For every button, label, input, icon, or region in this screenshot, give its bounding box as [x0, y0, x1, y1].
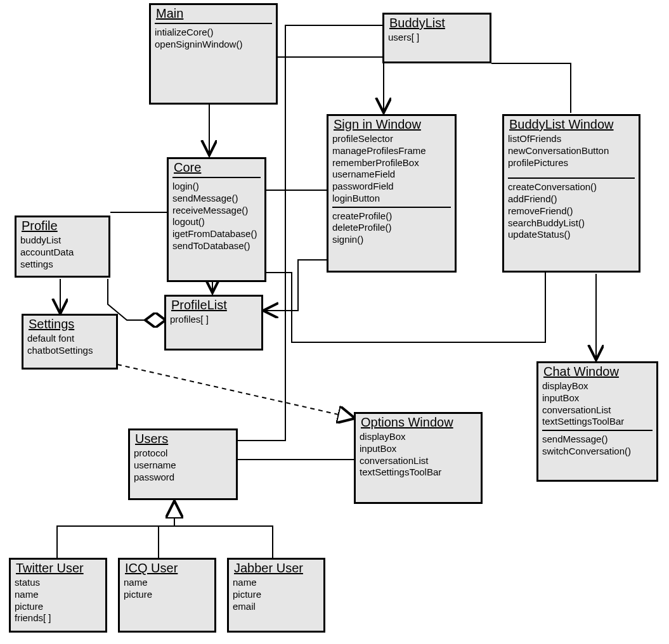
class-body: login() sendMessage() receiveMessage() l… [172, 181, 261, 252]
class-buddylistwindow: BuddyList Window listOfFriends newConver… [502, 114, 640, 273]
class-body: buddyList accountData settings [20, 235, 105, 270]
class-body: listOfFriends newConversationButton prof… [508, 133, 635, 169]
class-title: BuddyList Window [509, 117, 635, 132]
attr: picture [15, 601, 101, 613]
class-body-ops: sendMessage() switchConversation() [542, 434, 653, 458]
op: receiveMessage() [172, 205, 261, 217]
attr: conversationList [360, 455, 477, 467]
op: intializeCore() [155, 27, 272, 39]
class-title: Jabber User [234, 561, 320, 576]
attr: inputBox [542, 392, 653, 404]
op: addFriend() [508, 193, 635, 205]
attr: displayBox [360, 431, 477, 443]
attr: friends[ ] [15, 612, 101, 624]
class-body: status name picture friends[ ] [15, 577, 101, 624]
attr: passwordField [332, 181, 451, 193]
class-chatwindow: Chat Window displayBox inputBox conversa… [536, 361, 658, 482]
divider [542, 430, 653, 431]
attr: profilePictures [508, 157, 635, 169]
attr: status [15, 577, 101, 589]
op: searchBuddyList() [508, 217, 635, 229]
class-title: BuddyList [389, 16, 486, 30]
attr: textSettingsToolBar [542, 416, 653, 428]
class-title: ProfileList [171, 298, 257, 312]
class-body: profileSelector manageProfilesFrame reme… [332, 133, 451, 205]
class-body: displayBox inputBox conversationList tex… [542, 380, 653, 428]
op: removeFriend() [508, 205, 635, 217]
class-title: Profile [22, 219, 105, 233]
op: sendToDatabase() [172, 240, 261, 252]
attr: displayBox [542, 380, 653, 392]
op: openSigninWindow() [155, 39, 272, 51]
class-optionswindow: Options Window displayBox inputBox conve… [354, 412, 483, 504]
class-title: Options Window [361, 415, 477, 430]
class-title: Chat Window [543, 364, 653, 379]
class-body: default font chatbotSettings [27, 333, 112, 357]
attr: default font [27, 333, 112, 345]
op: logout() [172, 216, 261, 228]
divider [332, 207, 451, 208]
attr: settings [20, 259, 105, 271]
attr: username [134, 460, 232, 472]
class-icquser: ICQ User name picture [118, 558, 216, 633]
attr: name [124, 577, 211, 589]
class-body: intializeCore() openSigninWindow() [155, 27, 272, 51]
op: login() [172, 181, 261, 193]
op: createProfile() [332, 210, 451, 222]
attr: buddyList [20, 235, 105, 247]
class-profile: Profile buddyList accountData settings [15, 216, 110, 278]
class-body-ops: createProfile() deleteProfile() signin() [332, 210, 451, 246]
class-title: Sign in Window [334, 117, 451, 132]
class-body: profiles[ ] [170, 314, 257, 326]
attr: listOfFriends [508, 133, 635, 145]
op: sendMessage() [172, 193, 261, 205]
class-title: Settings [29, 317, 112, 332]
attr: usernameField [332, 169, 451, 181]
attr: picture [124, 589, 211, 601]
class-main: Main intializeCore() openSigninWindow() [149, 3, 278, 105]
attr: profileSelector [332, 133, 451, 145]
class-body: name picture email [233, 577, 320, 612]
attr: name [15, 589, 101, 601]
attr: manageProfilesFrame [332, 145, 451, 157]
attr: textSettingsToolBar [360, 467, 477, 479]
class-body-ops: createConversation() addFriend() removeF… [508, 181, 635, 241]
attr: email [233, 601, 320, 613]
class-title: Users [135, 432, 232, 446]
class-body: protocol username password [134, 448, 232, 483]
attr: accountData [20, 247, 105, 259]
class-settings: Settings default font chatbotSettings [22, 314, 118, 370]
op: updateStatus() [508, 229, 635, 241]
divider [172, 177, 261, 178]
op: igetFromDatabase() [172, 228, 261, 240]
op: createConversation() [508, 181, 635, 193]
attr: profiles[ ] [170, 314, 257, 326]
divider [508, 177, 635, 179]
attr: name [233, 577, 320, 589]
class-twitteruser: Twitter User status name picture friends… [9, 558, 107, 633]
attr: users[ ] [388, 32, 486, 44]
op: signin() [332, 234, 451, 246]
attr: inputBox [360, 443, 477, 455]
class-profilelist: ProfileList profiles[ ] [164, 295, 263, 351]
class-title: ICQ User [125, 561, 211, 576]
class-body: users[ ] [388, 32, 486, 44]
attr: newConversationButton [508, 145, 635, 157]
class-buddylist: BuddyList users[ ] [382, 13, 491, 63]
uml-diagram: OptionsWindow (dashed dependency) --> Ma… [0, 0, 669, 644]
divider [155, 23, 272, 24]
attr: chatbotSettings [27, 345, 112, 357]
attr: password [134, 472, 232, 484]
attr: conversationList [542, 404, 653, 416]
attr: rememberProfileBox [332, 157, 451, 169]
class-users: Users protocol username password [128, 428, 238, 500]
attr: protocol [134, 448, 232, 460]
op: sendMessage() [542, 434, 653, 446]
class-title: Core [174, 160, 261, 175]
class-core: Core login() sendMessage() receiveMessag… [167, 157, 266, 282]
class-body: name picture [124, 577, 211, 601]
class-jabberuser: Jabber User name picture email [227, 558, 325, 633]
attr: loginButton [332, 193, 451, 205]
op: switchConversation() [542, 446, 653, 458]
op: deleteProfile() [332, 222, 451, 234]
